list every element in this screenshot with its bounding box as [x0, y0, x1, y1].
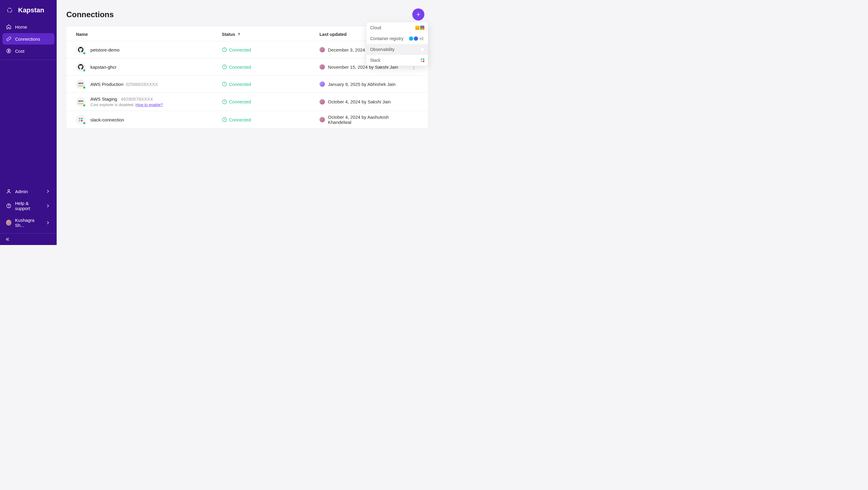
avatar — [319, 47, 325, 53]
how-to-enable-link[interactable]: How to enable? — [135, 102, 163, 107]
menu-item-slack[interactable]: Slack — [367, 55, 428, 66]
menu-item-observability[interactable]: Observability — [367, 44, 428, 55]
nav-connections[interactable]: Connections — [2, 33, 54, 44]
menu-icons — [415, 26, 424, 30]
menu-label: Cloud — [370, 25, 381, 30]
add-connection-button[interactable] — [412, 8, 424, 21]
registry-icon — [414, 36, 418, 41]
github-icon — [76, 45, 86, 55]
nav-help[interactable]: Help & support — [2, 198, 54, 214]
nav-cost[interactable]: Cost — [2, 45, 54, 57]
col-header-name[interactable]: Name — [76, 32, 222, 37]
nav-label: Home — [15, 24, 27, 30]
user-icon — [6, 189, 11, 194]
gcp-icon — [420, 26, 424, 30]
connection-name: AWS Staging — [90, 96, 117, 101]
menu-item-cloud[interactable]: Cloud — [367, 22, 428, 33]
nav-secondary: Admin Help & support Kushagra Sh... — [0, 186, 57, 233]
home-icon — [6, 24, 11, 30]
last-updated: October 4, 2024 by Aashutosh Khandelwal — [319, 115, 409, 125]
avatar — [319, 64, 325, 70]
menu-icons — [421, 58, 424, 62]
connected-icon — [222, 81, 227, 87]
logo-icon — [5, 5, 14, 15]
sidebar: Kapstan Home Connections Cost Admin — [0, 0, 57, 245]
status-badge: Connected — [222, 99, 319, 104]
avatar — [6, 220, 11, 226]
slack-icon — [76, 115, 86, 124]
table-row[interactable]: aws AWS Staging 46280578XXXX Cost explor… — [66, 93, 428, 111]
svg-point-0 — [7, 8, 12, 13]
nav-label: Cost — [15, 49, 24, 54]
status-badge: Connected — [222, 64, 319, 70]
connected-icon — [222, 117, 227, 122]
aws-icon: aws — [76, 97, 86, 107]
menu-label: Slack — [370, 58, 380, 63]
table-row[interactable]: slack-connection Connected October 4, 20… — [66, 111, 428, 128]
last-updated: October 4, 2024 by Sakshi Jain — [319, 99, 409, 104]
chevron-right-icon — [45, 189, 51, 194]
connection-note: Cost explorer is disabled. How to enable… — [90, 102, 163, 107]
svg-point-2 — [8, 189, 10, 191]
sort-ascending-icon — [237, 32, 241, 36]
nav-label: Connections — [15, 36, 40, 41]
connected-icon — [222, 99, 227, 104]
menu-item-container-registry[interactable]: Container registry +2 — [367, 33, 428, 44]
divider — [0, 60, 57, 60]
chevron-right-icon — [45, 220, 51, 225]
collapse-sidebar-button[interactable] — [0, 233, 57, 245]
nav-primary: Home Connections Cost — [0, 21, 57, 57]
nav-label: Help & support — [15, 201, 41, 211]
connection-name: kapstan-ghcr — [90, 64, 117, 70]
status-badge: Connected — [222, 117, 319, 122]
last-updated: January 9, 2025 by Abhishek Jain — [319, 81, 409, 87]
col-header-status[interactable]: Status — [222, 32, 319, 37]
brand-name: Kapstan — [18, 6, 44, 14]
connection-name: petstore-demo — [90, 47, 120, 53]
avatar — [319, 81, 325, 87]
add-connection-menu: Cloud Container registry +2 Observabilit… — [367, 22, 428, 66]
dollar-icon — [6, 48, 11, 54]
nav-label: Admin — [15, 189, 28, 194]
slack-icon — [421, 58, 424, 62]
connected-icon — [222, 64, 227, 70]
more-badge: +2 — [418, 37, 424, 41]
menu-icons: +2 — [409, 36, 424, 41]
connection-account-id: 02506628XXXX — [126, 82, 158, 87]
link-icon — [6, 36, 11, 41]
table-row[interactable]: aws AWS Production 02506628XXXX Connecte… — [66, 75, 428, 93]
aws-icon — [415, 26, 420, 30]
nav-admin[interactable]: Admin — [2, 186, 54, 197]
menu-label: Container registry — [370, 36, 404, 41]
docker-icon — [409, 36, 413, 41]
github-icon — [76, 62, 86, 72]
status-badge: Connected — [222, 81, 319, 87]
chevron-double-left-icon — [5, 237, 10, 242]
main-content: Connections Cloud Container registry +2 — [57, 0, 434, 245]
status-badge: Connected — [222, 47, 319, 53]
connection-name: AWS Production — [90, 82, 124, 87]
menu-icons — [420, 47, 424, 52]
connection-account-id: 46280578XXXX — [121, 96, 153, 101]
page-header: Connections — [66, 8, 428, 21]
brand-logo[interactable]: Kapstan — [0, 0, 57, 21]
avatar — [319, 99, 325, 104]
observability-icon — [420, 47, 424, 52]
page-title: Connections — [66, 10, 114, 19]
menu-label: Observability — [370, 47, 395, 52]
nav-label: Kushagra Sh... — [15, 218, 41, 228]
avatar — [319, 117, 325, 122]
connected-icon — [222, 47, 227, 53]
help-icon — [6, 203, 11, 209]
nav-home[interactable]: Home — [2, 21, 54, 33]
connection-name: slack-connection — [90, 117, 124, 122]
nav-user[interactable]: Kushagra Sh... — [2, 215, 54, 231]
aws-icon: aws — [76, 79, 86, 89]
plus-icon — [415, 12, 421, 17]
svg-point-4 — [9, 207, 9, 207]
chevron-right-icon — [45, 203, 51, 209]
